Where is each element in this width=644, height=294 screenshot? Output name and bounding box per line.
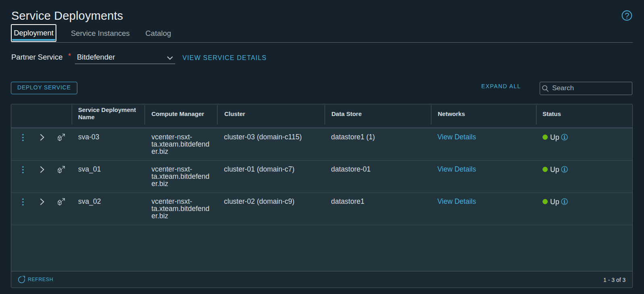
svg-text:?: ? — [625, 11, 629, 20]
